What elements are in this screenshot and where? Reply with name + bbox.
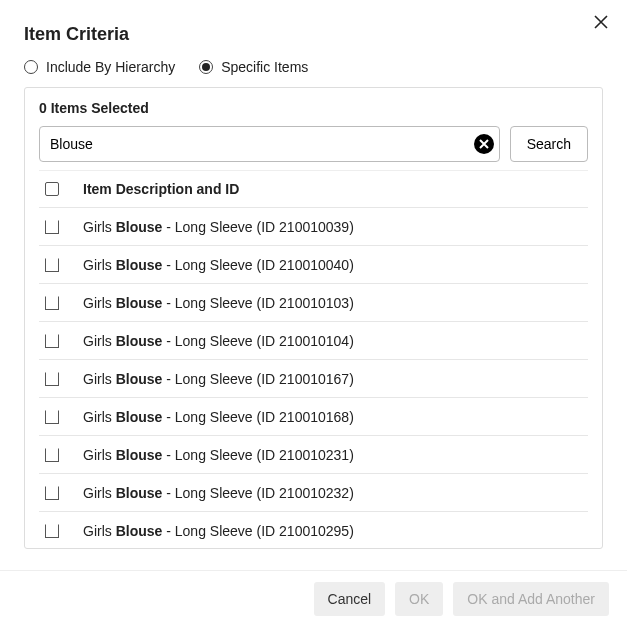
selection-count: 0 Items Selected — [39, 100, 588, 116]
radio-option-0[interactable]: Include By Hierarchy — [24, 59, 175, 75]
row-description: Girls Blouse - Long Sleeve (ID 210010103… — [83, 295, 354, 311]
row-description: Girls Blouse - Long Sleeve (ID 210010295… — [83, 523, 354, 539]
table-row[interactable]: Girls Blouse - Long Sleeve (ID 210010295… — [39, 512, 588, 549]
cancel-button[interactable]: Cancel — [314, 582, 386, 616]
items-panel: 0 Items Selected Search Item Description… — [24, 87, 603, 549]
table-row[interactable]: Girls Blouse - Long Sleeve (ID 210010039… — [39, 208, 588, 246]
search-button[interactable]: Search — [510, 126, 588, 162]
radio-icon — [199, 60, 213, 74]
table-row[interactable]: Girls Blouse - Long Sleeve (ID 210010103… — [39, 284, 588, 322]
table-row[interactable]: Girls Blouse - Long Sleeve (ID 210010167… — [39, 360, 588, 398]
row-checkbox[interactable] — [45, 448, 59, 462]
item-criteria-dialog: Item Criteria Include By HierarchySpecif… — [0, 0, 627, 626]
table-row[interactable]: Girls Blouse - Long Sleeve (ID 210010104… — [39, 322, 588, 360]
ok-button[interactable]: OK — [395, 582, 443, 616]
radio-label: Include By Hierarchy — [46, 59, 175, 75]
radio-icon — [24, 60, 38, 74]
row-description: Girls Blouse - Long Sleeve (ID 210010232… — [83, 485, 354, 501]
row-description: Girls Blouse - Long Sleeve (ID 210010104… — [83, 333, 354, 349]
table-row[interactable]: Girls Blouse - Long Sleeve (ID 210010168… — [39, 398, 588, 436]
radio-label: Specific Items — [221, 59, 308, 75]
table-row[interactable]: Girls Blouse - Long Sleeve (ID 210010040… — [39, 246, 588, 284]
select-all-checkbox[interactable] — [45, 182, 59, 196]
row-description: Girls Blouse - Long Sleeve (ID 210010231… — [83, 447, 354, 463]
row-checkbox[interactable] — [45, 220, 59, 234]
table-row[interactable]: Girls Blouse - Long Sleeve (ID 210010231… — [39, 436, 588, 474]
results-list: Item Description and ID Girls Blouse - L… — [39, 170, 588, 549]
row-checkbox[interactable] — [45, 296, 59, 310]
row-description: Girls Blouse - Long Sleeve (ID 210010168… — [83, 409, 354, 425]
row-checkbox[interactable] — [45, 486, 59, 500]
row-checkbox[interactable] — [45, 258, 59, 272]
close-icon[interactable] — [589, 10, 613, 34]
mode-radio-group: Include By HierarchySpecific Items — [24, 59, 603, 75]
dialog-footer: Cancel OK OK and Add Another — [0, 570, 627, 626]
row-description: Girls Blouse - Long Sleeve (ID 210010167… — [83, 371, 354, 387]
column-header: Item Description and ID — [83, 181, 239, 197]
row-checkbox[interactable] — [45, 334, 59, 348]
row-description: Girls Blouse - Long Sleeve (ID 210010040… — [83, 257, 354, 273]
table-row[interactable]: Girls Blouse - Long Sleeve (ID 210010232… — [39, 474, 588, 512]
row-checkbox[interactable] — [45, 524, 59, 538]
ok-add-another-button[interactable]: OK and Add Another — [453, 582, 609, 616]
row-checkbox[interactable] — [45, 410, 59, 424]
search-input[interactable] — [39, 126, 500, 162]
table-header-row: Item Description and ID — [39, 170, 588, 208]
row-checkbox[interactable] — [45, 372, 59, 386]
radio-option-1[interactable]: Specific Items — [199, 59, 308, 75]
row-description: Girls Blouse - Long Sleeve (ID 210010039… — [83, 219, 354, 235]
dialog-title: Item Criteria — [24, 18, 603, 45]
clear-search-icon[interactable] — [474, 134, 494, 154]
